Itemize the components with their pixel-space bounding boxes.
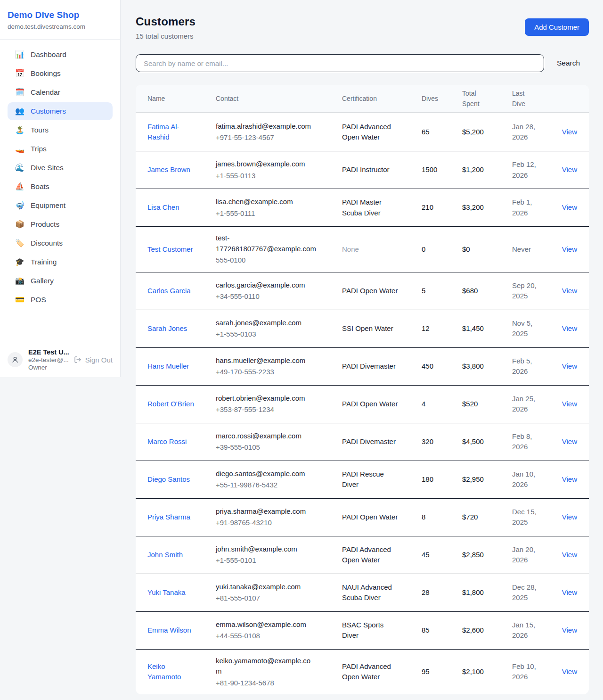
table-header-row: Name Contact Certification Dives Total S… — [136, 85, 589, 113]
customer-email: fatima.alrashid@example.com — [216, 121, 316, 132]
column-header-dives: Dives — [422, 94, 462, 104]
customer-contact: priya.sharma@example.com +91-98765-43210 — [216, 506, 342, 528]
customer-name-link[interactable]: Robert O'Brien — [147, 400, 194, 408]
view-link[interactable]: View — [562, 626, 577, 634]
customer-last-dive: Feb 10, 2026 — [512, 661, 541, 683]
customer-name-link[interactable]: John Smith — [147, 551, 183, 559]
sidebar-item-equipment[interactable]: 🤿 Equipment — [8, 197, 113, 214]
table-body: Fatima Al-Rashid fatima.alrashid@example… — [136, 113, 589, 694]
view-link[interactable]: View — [562, 551, 577, 559]
column-header-name: Name — [147, 94, 216, 104]
customer-name-link[interactable]: Test Customer — [147, 245, 193, 253]
customer-name-link[interactable]: Yuki Tanaka — [147, 588, 186, 596]
table-row: Yuki Tanaka yuki.tanaka@example.com +81-… — [136, 574, 589, 611]
customer-certification: PADI Advanced Open Water — [342, 122, 422, 143]
add-customer-button[interactable]: Add Customer — [525, 18, 589, 36]
customer-certification: None — [342, 244, 422, 255]
customer-name-link[interactable]: Keiko Yamamoto — [147, 662, 181, 681]
sidebar-item-products[interactable]: 📦 Products — [8, 215, 113, 233]
customer-name-link[interactable]: Marco Rossi — [147, 437, 187, 445]
search-button[interactable]: Search — [557, 59, 580, 67]
sidebar-item-label: Training — [31, 258, 57, 266]
tag-icon: 🏷️ — [15, 239, 24, 247]
sidebar-item-dive-sites[interactable]: 🌊 Dive Sites — [8, 159, 113, 177]
table-row: John Smith john.smith@example.com +1-555… — [136, 536, 589, 574]
customer-name-link[interactable]: Lisa Chen — [147, 203, 179, 211]
view-link[interactable]: View — [562, 400, 577, 408]
customer-phone: +81-90-1234-5678 — [216, 678, 316, 689]
customer-name-link[interactable]: Emma Wilson — [147, 626, 191, 634]
customer-certification: PADI Advanced Open Water — [342, 544, 422, 566]
bar-chart-icon: 📊 — [15, 51, 24, 58]
sidebar-item-label: Dashboard — [31, 50, 66, 59]
sidebar-item-trips[interactable]: 🚤 Trips — [8, 140, 113, 158]
view-link[interactable]: View — [562, 128, 577, 136]
search-row: Search — [136, 54, 589, 72]
package-icon: 📦 — [15, 221, 24, 228]
customer-phone: +49-170-555-2233 — [216, 367, 316, 378]
sidebar-item-dashboard[interactable]: 📊 Dashboard — [8, 46, 113, 64]
column-header-certification: Certification — [342, 94, 422, 104]
view-link[interactable]: View — [562, 362, 577, 370]
customer-last-dive: Jan 28, 2026 — [512, 122, 541, 143]
customer-phone: +1-555-0113 — [216, 171, 316, 181]
customer-phone: +353-87-555-1234 — [216, 404, 316, 415]
sign-out-button[interactable]: Sign Out — [74, 356, 113, 364]
sidebar-item-customers[interactable]: 👥 Customers — [8, 102, 113, 120]
view-link[interactable]: View — [562, 245, 577, 253]
customer-email: priya.sharma@example.com — [216, 506, 316, 517]
customer-email: test-1772681807767@example.com — [216, 233, 316, 254]
camera-icon: 📸 — [15, 277, 24, 285]
sidebar-item-label: Customers — [31, 107, 66, 115]
view-link[interactable]: View — [562, 667, 577, 675]
view-link[interactable]: View — [562, 324, 577, 332]
page-title-block: Customers 15 total customers — [136, 15, 196, 40]
sidebar-item-boats[interactable]: ⛵ Boats — [8, 178, 113, 196]
customer-last-dive: Feb 8, 2026 — [512, 431, 541, 453]
customer-total-spent: $3,200 — [462, 202, 512, 213]
graduation-cap-icon: 🎓 — [15, 258, 24, 266]
sidebar-item-bookings[interactable]: 📅 Bookings — [8, 65, 113, 82]
view-link[interactable]: View — [562, 475, 577, 483]
sidebar-item-tours[interactable]: 🏝️ Tours — [8, 121, 113, 139]
brand-title[interactable]: Demo Dive Shop — [8, 10, 113, 20]
view-link[interactable]: View — [562, 287, 577, 295]
sidebar-item-discounts[interactable]: 🏷️ Discounts — [8, 234, 113, 252]
table-row: Diego Santos diego.santos@example.com +5… — [136, 461, 589, 498]
customer-name-link[interactable]: Hans Mueller — [147, 362, 189, 370]
search-input[interactable] — [136, 54, 544, 72]
customer-dives: 320 — [422, 436, 462, 447]
view-link[interactable]: View — [562, 165, 577, 173]
customer-dives: 210 — [422, 202, 462, 213]
view-link[interactable]: View — [562, 203, 577, 211]
customer-last-dive: Feb 1, 2026 — [512, 197, 541, 218]
view-link[interactable]: View — [562, 588, 577, 596]
view-link[interactable]: View — [562, 437, 577, 445]
customer-name-link[interactable]: Sarah Jones — [147, 324, 187, 332]
sign-out-icon — [74, 356, 81, 363]
sidebar-item-calendar[interactable]: 🗓️ Calendar — [8, 83, 113, 101]
customer-last-dive: Dec 15, 2025 — [512, 507, 541, 528]
calendar-icon: 🗓️ — [15, 89, 24, 96]
sidebar-item-gallery[interactable]: 📸 Gallery — [8, 272, 113, 290]
customer-last-dive: Jan 25, 2026 — [512, 394, 541, 415]
customer-contact: hans.mueller@example.com +49-170-555-223… — [216, 355, 342, 378]
customer-contact: emma.wilson@example.com +44-555-0108 — [216, 619, 342, 642]
customer-certification: PADI Rescue Diver — [342, 469, 422, 490]
customer-email: keiko.yamamoto@example.com — [216, 656, 316, 677]
customer-name-link[interactable]: Diego Santos — [147, 475, 190, 483]
customer-contact: james.brown@example.com +1-555-0113 — [216, 159, 342, 181]
sidebar-item-training[interactable]: 🎓 Training — [8, 253, 113, 271]
sidebar-item-label: Dive Sites — [31, 164, 64, 172]
customer-certification: PADI Divemaster — [342, 361, 422, 372]
customer-dives: 5 — [422, 286, 462, 296]
view-link[interactable]: View — [562, 513, 577, 521]
customer-contact: fatima.alrashid@example.com +971-55-123-… — [216, 121, 342, 143]
customer-certification: PADI Open Water — [342, 512, 422, 523]
customer-name-link[interactable]: Carlos Garcia — [147, 287, 191, 295]
customer-name-link[interactable]: James Brown — [147, 165, 190, 173]
customer-name-link[interactable]: Fatima Al-Rashid — [147, 123, 179, 141]
customer-email: marco.rossi@example.com — [216, 431, 316, 442]
customer-name-link[interactable]: Priya Sharma — [147, 513, 190, 521]
sidebar-item-pos[interactable]: 💳 POS — [8, 291, 113, 309]
